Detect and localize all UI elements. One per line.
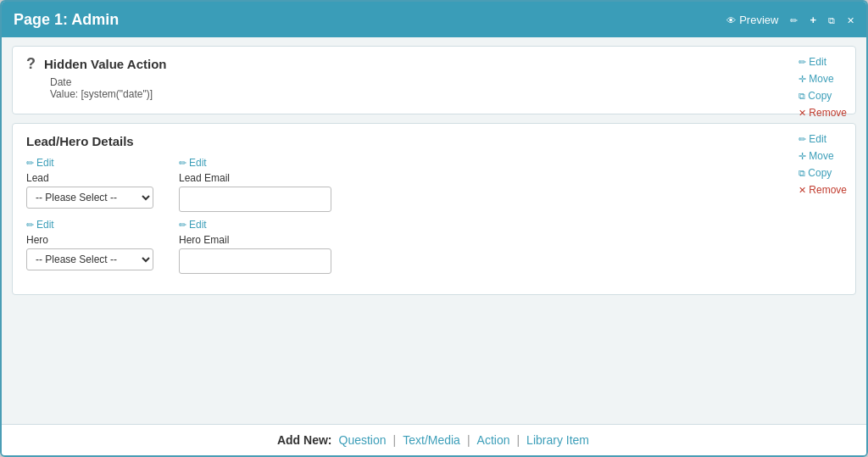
hidden-value-actions: Edit Move Copy Remove bbox=[798, 55, 847, 120]
lead-email-col: Edit Lead Email bbox=[179, 157, 331, 212]
separator-2: | bbox=[467, 433, 470, 447]
header-pencil-icon bbox=[790, 14, 798, 26]
lead-hero-actions: Edit Move Copy Remove bbox=[798, 132, 847, 197]
lead-hero-title: Lead/Hero Details bbox=[26, 134, 779, 148]
header-add-button[interactable] bbox=[810, 14, 816, 26]
lead-email-input[interactable] bbox=[179, 187, 331, 212]
hero-edit-button[interactable]: Edit bbox=[26, 219, 162, 231]
app-window: Page 1: Admin Preview ? bbox=[0, 0, 868, 457]
separator-1: | bbox=[393, 433, 397, 447]
hidden-action-header: ? Hidden Value Action bbox=[26, 57, 779, 73]
bottom-bar: Add New: Question | Text/Media | Action … bbox=[2, 424, 866, 455]
lead-col: Edit Lead -- Please Select -- bbox=[26, 157, 162, 212]
hero-col: Edit Hero -- Please Select -- bbox=[26, 219, 162, 274]
lead-select[interactable]: -- Please Select -- bbox=[26, 187, 153, 209]
hero-edit-icon bbox=[26, 219, 34, 231]
hidden-remove-icon bbox=[798, 107, 806, 119]
hero-label: Hero bbox=[26, 234, 162, 246]
hidden-remove-button[interactable]: Remove bbox=[798, 106, 847, 120]
lead-hero-remove-button[interactable]: Remove bbox=[798, 183, 847, 197]
lead-hero-edit-icon bbox=[798, 133, 806, 145]
hidden-edit-button[interactable]: Edit bbox=[798, 55, 826, 69]
header-actions: Preview bbox=[726, 14, 854, 26]
lead-email-edit-button[interactable]: Edit bbox=[179, 157, 331, 169]
hero-row: Edit Hero -- Please Select -- Edit Hero … bbox=[26, 219, 779, 274]
main-content: ? Hidden Value Action Date Value: [syste… bbox=[2, 37, 866, 455]
lead-email-edit-icon bbox=[179, 157, 186, 169]
lead-hero-move-icon bbox=[798, 150, 806, 162]
lead-edit-button[interactable]: Edit bbox=[26, 157, 162, 169]
add-textmedia-button[interactable]: Text/Media bbox=[401, 433, 462, 447]
lead-hero-move-button[interactable]: Move bbox=[798, 149, 833, 163]
hidden-edit-icon bbox=[798, 56, 806, 68]
header: Page 1: Admin Preview bbox=[2, 2, 866, 37]
question-mark: ? bbox=[26, 55, 36, 73]
hero-email-edit-icon bbox=[179, 219, 186, 231]
header-close-icon bbox=[847, 14, 854, 26]
lead-hero-remove-icon bbox=[798, 184, 806, 196]
add-library-button[interactable]: Library Item bbox=[525, 433, 591, 447]
hero-email-edit-button[interactable]: Edit bbox=[179, 219, 331, 231]
hidden-move-icon bbox=[798, 73, 806, 85]
hidden-value-value: Value: [system("date")] bbox=[50, 88, 779, 100]
hidden-value-section: ? Hidden Value Action Date Value: [syste… bbox=[12, 46, 856, 114]
add-new-label: Add New: bbox=[277, 433, 332, 447]
lead-hero-copy-button[interactable]: Copy bbox=[798, 166, 832, 180]
header-copy-button[interactable] bbox=[828, 14, 835, 26]
header-close-button[interactable] bbox=[847, 14, 854, 26]
lead-row: Edit Lead -- Please Select -- Edit Lead … bbox=[26, 157, 779, 212]
lead-edit-icon bbox=[26, 157, 34, 169]
hero-email-col: Edit Hero Email bbox=[179, 219, 331, 274]
lead-hero-edit-button[interactable]: Edit bbox=[798, 132, 826, 146]
lead-email-label: Lead Email bbox=[179, 172, 331, 184]
separator-3: | bbox=[516, 433, 520, 447]
header-copy-icon bbox=[828, 14, 835, 26]
eye-icon bbox=[726, 14, 736, 26]
hero-email-input[interactable] bbox=[179, 248, 331, 274]
hidden-move-button[interactable]: Move bbox=[798, 72, 833, 86]
hidden-value-date: Date bbox=[50, 76, 779, 88]
hidden-copy-button[interactable]: Copy bbox=[798, 89, 832, 103]
header-edit-button[interactable] bbox=[790, 14, 798, 26]
hero-select[interactable]: -- Please Select -- bbox=[26, 248, 153, 270]
header-plus-icon bbox=[810, 14, 816, 26]
spacer bbox=[2, 295, 866, 424]
hidden-value-title: Hidden Value Action bbox=[44, 57, 166, 71]
lead-hero-copy-icon bbox=[798, 167, 805, 179]
hidden-copy-icon bbox=[798, 90, 805, 102]
preview-button[interactable]: Preview bbox=[726, 14, 778, 26]
hero-email-label: Hero Email bbox=[179, 234, 331, 246]
page-title: Page 1: Admin bbox=[14, 11, 119, 29]
add-action-button[interactable]: Action bbox=[476, 433, 512, 447]
lead-hero-section: Lead/Hero Details Edit Lead -- Please Se… bbox=[12, 123, 856, 295]
add-question-button[interactable]: Question bbox=[337, 433, 388, 447]
lead-label: Lead bbox=[26, 172, 162, 184]
